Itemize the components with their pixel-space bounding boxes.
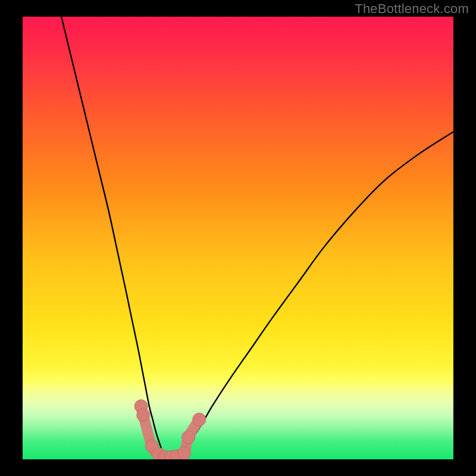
data-marker	[178, 447, 191, 459]
chart-svg	[23, 17, 453, 459]
data-marker	[182, 431, 195, 444]
data-marker	[193, 413, 206, 426]
watermark-text: TheBottleneck.com	[355, 1, 469, 17]
data-marker	[137, 409, 150, 422]
plot-area	[23, 17, 453, 459]
chart-frame: TheBottleneck.com	[0, 0, 476, 476]
gradient-rect	[23, 17, 453, 459]
